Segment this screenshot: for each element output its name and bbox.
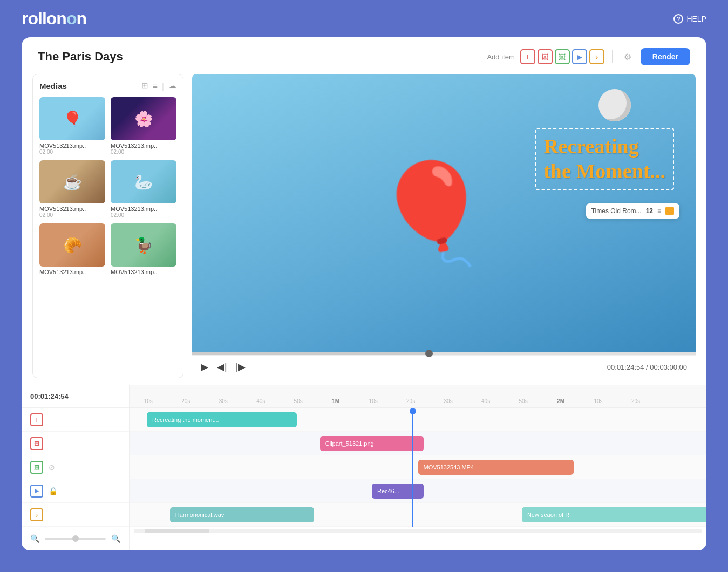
grid-view-button[interactable]: ⊞ bbox=[141, 81, 148, 91]
track-music1: Harmononical.wav New seaon of R bbox=[130, 503, 706, 527]
zoom-in-button[interactable]: 🔍 bbox=[111, 534, 120, 543]
media-duration: 02:00 bbox=[111, 149, 176, 155]
media-filename: MOV513213.mp.. bbox=[39, 142, 105, 149]
list-item[interactable]: MOV513213.mp.. 02:00 bbox=[111, 97, 176, 155]
add-music-button[interactable]: ♪ bbox=[589, 49, 604, 64]
track-row-image1: 🖼 bbox=[22, 432, 129, 455]
music-track-icon[interactable]: ♪ bbox=[30, 508, 43, 521]
list-item[interactable]: MOV513213.mp.. bbox=[39, 223, 105, 275]
font-toolbar: Times Old Rom... 12 ≡ bbox=[586, 203, 679, 219]
prev-frame-button[interactable]: ◀| bbox=[217, 361, 227, 373]
media-filename: MOV513213.mp.. bbox=[111, 206, 176, 212]
media-thumbnail bbox=[111, 97, 176, 140]
media-duration: 02:00 bbox=[39, 212, 105, 218]
track-image2: MOV5132543.MP4 bbox=[130, 455, 706, 479]
divider-v: | bbox=[162, 81, 164, 91]
track-row-image2: 🖼 ⊘ bbox=[22, 455, 129, 479]
media-panel-title: Medias bbox=[39, 81, 67, 91]
media-controls: ⊞ ≡ | ☁ bbox=[141, 81, 176, 91]
upload-button[interactable]: ☁ bbox=[168, 81, 176, 91]
zoom-controls: 🔍 🔍 bbox=[22, 527, 129, 550]
clip-image2[interactable]: MOV5132543.MP4 bbox=[418, 460, 574, 475]
track-image1: Clipart_51321.png bbox=[130, 432, 706, 455]
next-frame-button[interactable]: |▶ bbox=[236, 361, 246, 373]
media-filename: MOV513213.mp.. bbox=[39, 269, 105, 275]
track-video: Rec46... bbox=[130, 479, 706, 503]
text-overlay[interactable]: Recreatingthe Moment... bbox=[535, 128, 674, 190]
media-filename: MOV513213.mp.. bbox=[111, 142, 176, 149]
list-item[interactable]: MOV513213.mp.. 02:00 bbox=[111, 160, 176, 218]
moon-decoration bbox=[598, 89, 631, 121]
media-grid: MOV513213.mp.. 02:00 MOV513213.mp.. 02:0… bbox=[39, 97, 176, 275]
help-icon: ? bbox=[673, 14, 683, 24]
video-track-icon[interactable]: ▶ bbox=[30, 485, 43, 498]
timeline-scrollbar[interactable] bbox=[134, 529, 702, 533]
video-preview: 🎈 Recreatingthe Moment... Times Old Rom.… bbox=[192, 74, 696, 352]
media-thumbnail bbox=[111, 223, 176, 267]
timeline-right-panel: 10s 20s 30s 40s 50s 1M 10s 20s 30s 40s 5… bbox=[130, 385, 706, 550]
font-color-swatch[interactable] bbox=[665, 207, 674, 215]
playback-controls: ▶ ◀| |▶ bbox=[201, 361, 246, 373]
font-size-label[interactable]: 12 bbox=[646, 207, 653, 215]
font-align-icon[interactable]: ≡ bbox=[657, 207, 661, 215]
play-button[interactable]: ▶ bbox=[201, 361, 208, 373]
media-filename: MOV513213.mp.. bbox=[111, 269, 176, 275]
progress-thumb[interactable] bbox=[425, 350, 433, 357]
scrollbar-thumb bbox=[145, 529, 209, 533]
project-title: The Paris Days bbox=[38, 50, 123, 64]
add-item-icons: T 🖼 🖼 ▶ ♪ bbox=[520, 49, 604, 64]
list-item[interactable]: MOV513213.mp.. 02:00 bbox=[39, 97, 105, 155]
top-bar: rollonon ? HELP bbox=[0, 0, 728, 37]
image2-track-icon[interactable]: 🖼 bbox=[30, 461, 43, 474]
track-row-text: T bbox=[22, 408, 129, 432]
clip-music1[interactable]: Harmononical.wav bbox=[170, 507, 314, 522]
balloon-decoration: 🎈 bbox=[371, 165, 493, 262]
video-track-side-btn[interactable]: 🔒 bbox=[49, 487, 58, 495]
list-item[interactable]: MOV513213.mp.. bbox=[111, 223, 176, 275]
zoom-slider[interactable] bbox=[45, 538, 106, 540]
media-filename: MOV513213.mp.. bbox=[39, 206, 105, 212]
playhead[interactable] bbox=[412, 408, 413, 527]
progress-fill bbox=[192, 352, 429, 355]
add-image1-button[interactable]: 🖼 bbox=[538, 49, 553, 64]
media-duration: 02:00 bbox=[39, 149, 105, 155]
media-panel: Medias ⊞ ≡ | ☁ MOV513213.mp.. 02:00 bbox=[32, 74, 183, 378]
text-track-icon[interactable]: T bbox=[30, 413, 43, 426]
preview-controls: ▶ ◀| |▶ 00:01:24:54 / 00:03:00:00 bbox=[192, 355, 696, 378]
preview-panel: 🎈 Recreatingthe Moment... Times Old Rom.… bbox=[192, 74, 696, 378]
clip-text[interactable]: Recreating the moment... bbox=[147, 412, 297, 427]
media-thumbnail bbox=[39, 223, 105, 267]
timeline-tracks: Recreating the moment... Clipart_51321.p… bbox=[130, 408, 706, 527]
image2-track-side-btn[interactable]: ⊘ bbox=[49, 463, 55, 472]
font-name-label[interactable]: Times Old Rom... bbox=[591, 207, 642, 215]
preview-progress-bar[interactable] bbox=[192, 352, 696, 355]
settings-button[interactable]: ⚙ bbox=[620, 49, 635, 64]
timeline-current-time: 00:01:24:54 bbox=[22, 385, 129, 408]
playhead-dot bbox=[410, 408, 416, 414]
add-text-button[interactable]: T bbox=[520, 49, 535, 64]
render-button[interactable]: Render bbox=[641, 48, 690, 65]
track-row-video: ▶ 🔒 bbox=[22, 479, 129, 503]
track-row-music: ♪ bbox=[22, 503, 129, 527]
content-area: Medias ⊞ ≡ | ☁ MOV513213.mp.. 02:00 bbox=[22, 74, 706, 378]
image1-track-icon[interactable]: 🖼 bbox=[30, 437, 43, 450]
main-card: The Paris Days Add item T 🖼 🖼 ▶ ♪ ⚙ Rend… bbox=[22, 37, 706, 550]
timeline-track-icons: T 🖼 🖼 ⊘ ▶ 🔒 ♪ bbox=[22, 408, 129, 550]
time-display: 00:01:24:54 / 00:03:00:00 bbox=[607, 363, 687, 371]
clip-music2[interactable]: New seaon of R bbox=[522, 507, 706, 522]
media-thumbnail bbox=[39, 97, 105, 140]
timeline-ruler: 10s 20s 30s 40s 50s 1M 10s 20s 30s 40s 5… bbox=[130, 385, 706, 408]
timeline-section: 00:01:24:54 T 🖼 🖼 ⊘ ▶ 🔒 bbox=[22, 385, 706, 550]
clip-image1[interactable]: Clipart_51321.png bbox=[320, 436, 424, 451]
clip-video[interactable]: Rec46... bbox=[372, 484, 424, 499]
list-item[interactable]: MOV513213.mp.. 02:00 bbox=[39, 160, 105, 218]
media-duration: 02:00 bbox=[111, 212, 176, 218]
app-logo: rollonon bbox=[22, 9, 86, 29]
list-view-button[interactable]: ≡ bbox=[153, 81, 158, 91]
add-item-label: Add item bbox=[487, 53, 514, 61]
zoom-thumb bbox=[72, 535, 79, 542]
zoom-out-button[interactable]: 🔍 bbox=[30, 534, 39, 543]
add-video-button[interactable]: ▶ bbox=[572, 49, 587, 64]
add-image2-button[interactable]: 🖼 bbox=[555, 49, 570, 64]
help-button[interactable]: ? HELP bbox=[673, 14, 706, 24]
